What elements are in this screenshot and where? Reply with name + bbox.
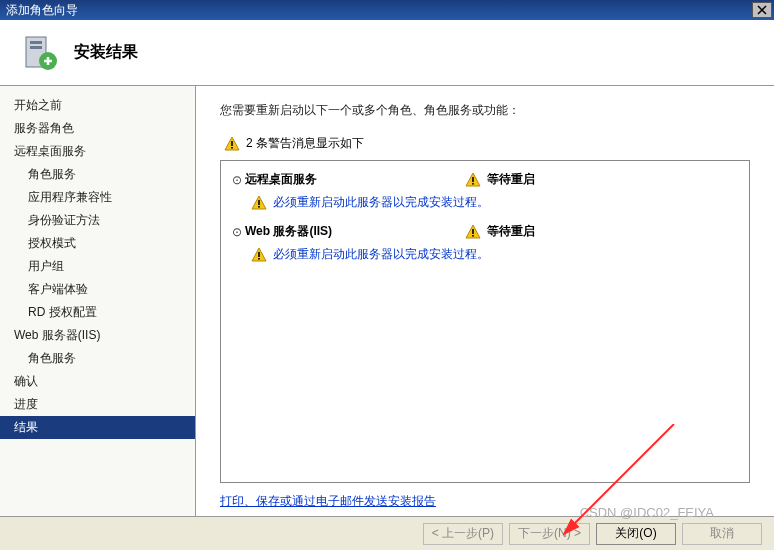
service-name: 远程桌面服务 [245,171,465,188]
sidebar-item[interactable]: 开始之前 [0,94,195,117]
sidebar-item[interactable]: 角色服务 [0,347,195,370]
warning-icon [251,247,267,263]
header: 安装结果 [0,20,774,86]
window-title: 添加角色向导 [6,2,78,19]
sidebar-item[interactable]: Web 服务器(IIS) [0,324,195,347]
collapse-icon[interactable]: ⊙ [229,225,245,239]
svg-rect-1 [30,41,42,44]
sidebar-item[interactable]: 角色服务 [0,163,195,186]
service-name: Web 服务器(IIS) [245,223,465,240]
next-button: 下一步(N) > [509,523,590,545]
footer: < 上一步(P) 下一步(N) > 关闭(O) 取消 [0,516,774,550]
warning-icon [465,224,481,240]
main: 开始之前服务器角色远程桌面服务角色服务应用程序兼容性身份验证方法授权模式用户组客… [0,86,774,516]
service-status: 等待重启 [465,223,535,240]
sidebar-item[interactable]: 结果 [0,416,195,439]
cancel-button: 取消 [682,523,762,545]
close-button[interactable] [752,2,772,18]
svg-rect-8 [258,200,260,205]
service-status: 等待重启 [465,171,535,188]
svg-rect-12 [258,252,260,257]
service-header[interactable]: ⊙Web 服务器(IIS)等待重启 [229,219,741,244]
warning-summary-text: 2 条警告消息显示如下 [246,135,364,152]
service-header[interactable]: ⊙远程桌面服务等待重启 [229,167,741,192]
results-panel: ⊙远程桌面服务等待重启必须重新启动此服务器以完成安装过程。⊙Web 服务器(II… [220,160,750,483]
sidebar-item[interactable]: 授权模式 [0,232,195,255]
sidebar-item[interactable]: RD 授权配置 [0,301,195,324]
content: 您需要重新启动以下一个或多个角色、角色服务或功能： 2 条警告消息显示如下 ⊙远… [196,86,774,516]
sidebar-item[interactable]: 确认 [0,370,195,393]
service-message-link[interactable]: 必须重新启动此服务器以完成安装过程。 [273,194,489,211]
warning-icon [224,136,240,152]
wizard-icon [20,33,60,73]
print-link-row: 打印、保存或通过电子邮件发送安装报告 [220,493,750,510]
sidebar-item[interactable]: 用户组 [0,255,195,278]
close-wizard-button[interactable]: 关闭(O) [596,523,676,545]
service-message-link[interactable]: 必须重新启动此服务器以完成安装过程。 [273,246,489,263]
titlebar: 添加角色向导 [0,0,774,20]
close-icon [757,5,767,15]
sidebar-item[interactable]: 客户端体验 [0,278,195,301]
warning-icon [251,195,267,211]
sidebar: 开始之前服务器角色远程桌面服务角色服务应用程序兼容性身份验证方法授权模式用户组客… [0,86,196,516]
warning-summary-row: 2 条警告消息显示如下 [224,135,746,152]
svg-rect-6 [472,177,474,182]
intro-text: 您需要重新启动以下一个或多个角色、角色服务或功能： [220,102,750,119]
sidebar-item[interactable]: 应用程序兼容性 [0,186,195,209]
sidebar-item[interactable]: 进度 [0,393,195,416]
svg-rect-7 [472,183,474,185]
warning-icon [465,172,481,188]
collapse-icon[interactable]: ⊙ [229,173,245,187]
svg-rect-5 [231,147,233,149]
svg-rect-4 [231,141,233,146]
svg-rect-11 [472,235,474,237]
service-message-row: 必须重新启动此服务器以完成安装过程。 [229,192,741,219]
prev-button: < 上一步(P) [423,523,503,545]
print-report-link[interactable]: 打印、保存或通过电子邮件发送安装报告 [220,494,436,508]
svg-rect-10 [472,229,474,234]
svg-rect-13 [258,258,260,260]
page-title: 安装结果 [74,42,138,63]
svg-rect-2 [30,46,42,49]
service-message-row: 必须重新启动此服务器以完成安装过程。 [229,244,741,271]
sidebar-item[interactable]: 身份验证方法 [0,209,195,232]
sidebar-item[interactable]: 服务器角色 [0,117,195,140]
sidebar-item[interactable]: 远程桌面服务 [0,140,195,163]
svg-rect-9 [258,206,260,208]
